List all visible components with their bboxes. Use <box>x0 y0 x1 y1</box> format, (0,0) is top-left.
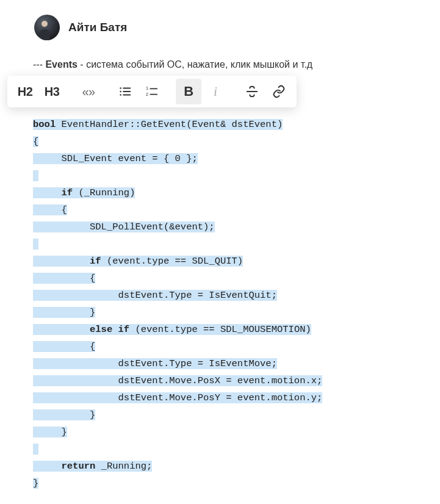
svg-point-1 <box>120 91 121 93</box>
numbered-list-button[interactable]: 1 2 <box>139 79 165 104</box>
code-text: { <box>33 204 67 215</box>
code-text: } <box>33 409 95 420</box>
svg-text:2: 2 <box>146 92 148 97</box>
h2-button[interactable]: H2 <box>12 79 38 104</box>
kw-elseif: else if <box>90 324 129 335</box>
toolbar-row: Конвертация событий SDL2_Event в события… <box>31 76 409 110</box>
strikethrough-button[interactable] <box>239 79 265 104</box>
italic-label: i <box>214 85 217 99</box>
italic-button[interactable]: i <box>203 79 228 104</box>
code-text: (event.type == SDL_QUIT) <box>101 256 243 267</box>
dash-prefix: --- <box>33 59 45 70</box>
code-text: } <box>33 307 95 318</box>
code-text: dstEvent.Move.PosY = event.motion.y; <box>33 392 322 403</box>
kw-return: return <box>62 461 96 472</box>
link-icon <box>272 85 286 98</box>
avatar[interactable] <box>34 15 60 40</box>
strikethrough-icon <box>245 85 259 98</box>
link-button[interactable] <box>266 79 292 104</box>
bold-label: B <box>184 84 193 99</box>
svg-point-2 <box>120 94 121 96</box>
code-text <box>33 324 90 335</box>
bullet-list-button[interactable] <box>112 79 138 104</box>
author-row: Айти Батя <box>34 15 409 40</box>
kw-bool: bool <box>33 119 56 130</box>
code-text: ; <box>192 153 197 164</box>
code-text: } <box>33 427 67 437</box>
quote-label: «» <box>82 85 95 99</box>
h3-button[interactable]: H3 <box>39 79 65 104</box>
svg-point-0 <box>120 87 121 89</box>
svg-text:1: 1 <box>146 85 148 91</box>
code-text: SDL_PollEvent(&event); <box>33 221 215 232</box>
h3-label: H3 <box>45 85 60 99</box>
line1-rest: - система событий ОС, нажатие, клик мышк… <box>78 59 312 70</box>
code-text: _Running; <box>95 461 152 472</box>
bullet-list-icon <box>118 85 132 98</box>
code-text <box>33 461 62 472</box>
code-text: EventHandler::GetEvent(Event& dstEvent) <box>56 119 283 130</box>
code-text: (event.type == SDL_MOUSEMOTION) <box>129 324 311 335</box>
bold-button[interactable]: B <box>176 79 201 104</box>
code-text: { <box>33 136 38 147</box>
code-text: { <box>33 273 95 284</box>
code-text: { 0 } <box>164 153 192 164</box>
page-container: Айти Батя --- Events - система событий О… <box>0 0 440 504</box>
code-text <box>33 256 90 267</box>
events-keyword: Events <box>45 59 77 70</box>
code-text: } <box>33 478 38 489</box>
kw-if: if <box>90 256 101 267</box>
numbered-list-icon: 1 2 <box>145 85 159 98</box>
code-text: dstEvent.Type = IsEventQuit; <box>33 290 277 301</box>
code-text: dstEvent.Type = IsEventMove; <box>33 358 277 369</box>
code-block[interactable]: bool EventHandler::GetEvent(Event& dstEv… <box>33 116 409 492</box>
kw-if: if <box>62 187 73 198</box>
description-line-1: --- Events - система событий ОС, нажатие… <box>33 57 409 72</box>
code-text: SDL_Event event = <box>33 153 164 164</box>
code-text: (_Running) <box>73 187 135 198</box>
author-name[interactable]: Айти Батя <box>68 21 127 34</box>
code-text: dstEvent.Move.PosX = event.motion.x; <box>33 375 322 386</box>
quote-button[interactable]: «» <box>76 79 101 104</box>
code-text <box>33 187 62 198</box>
h2-label: H2 <box>18 85 33 99</box>
formatting-toolbar: H2 H3 «» 1 2 <box>7 76 297 107</box>
code-text: { <box>33 341 95 352</box>
